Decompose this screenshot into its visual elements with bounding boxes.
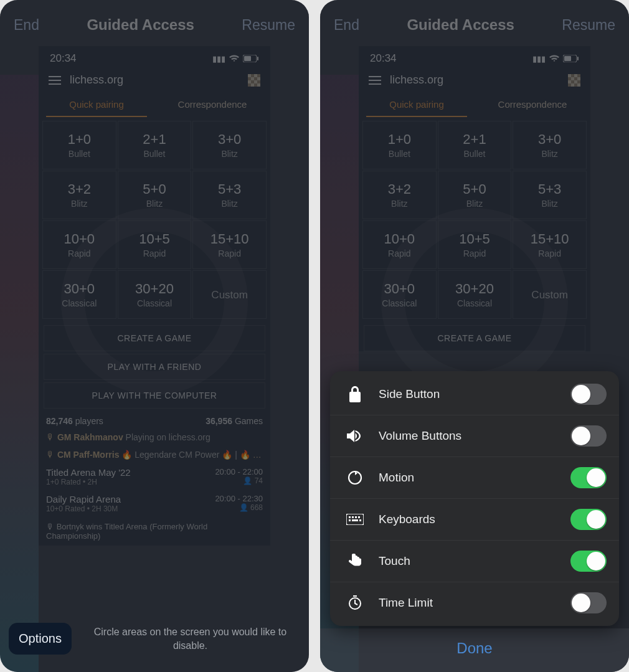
app-preview: 20:34 ▮▮▮ lichess.org Quick pairing Corr… — [39, 46, 270, 546]
toggle-time-limit[interactable] — [570, 592, 607, 613]
wifi-icon — [229, 55, 239, 62]
tournament-row[interactable]: Daily Rapid Arena10+0 Rated • 2H 30M 20:… — [39, 490, 270, 517]
tc-tile[interactable]: 3+0Blitz — [513, 121, 587, 169]
clock: 20:34 — [50, 52, 77, 65]
menu-icon[interactable] — [49, 76, 61, 85]
option-label: Touch — [379, 554, 570, 568]
svg-rect-8 — [349, 516, 351, 518]
option-volume-buttons: Volume Buttons — [330, 415, 619, 457]
svg-rect-2 — [257, 57, 258, 60]
done-button[interactable]: Done — [320, 628, 629, 672]
options-panel: Side Button Volume Buttons Motion Keyboa… — [330, 371, 619, 626]
option-keyboards: Keyboards — [330, 499, 619, 541]
svg-rect-5 — [577, 57, 579, 60]
svg-rect-1 — [244, 56, 251, 61]
tc-tile[interactable]: 1+0Bullet — [362, 121, 437, 169]
status-bar: 20:34 ▮▮▮ — [359, 46, 590, 69]
toggle-side-button[interactable] — [570, 384, 607, 405]
circle-hint-text: Circle areas on the screen you would lik… — [80, 625, 300, 652]
app-bar: lichess.org — [359, 69, 590, 93]
wallpaper-edge — [0, 75, 39, 672]
svg-rect-10 — [355, 516, 357, 518]
tc-tile[interactable]: 1+0Bullet — [42, 121, 116, 169]
tabs: Quick pairing Correspondence — [359, 93, 590, 117]
wifi-icon — [549, 55, 559, 62]
tc-tile[interactable]: 3+0Blitz — [192, 121, 267, 169]
svg-rect-11 — [358, 516, 360, 518]
lock-icon — [343, 386, 367, 402]
tc-tile[interactable]: 3+2Blitz — [362, 171, 437, 219]
tournament-row[interactable]: Titled Arena May '221+0 Rated • 2H 20:00… — [39, 463, 270, 490]
guided-access-screen-left: End Guided Access Resume 20:34 ▮▮▮ liche… — [0, 0, 309, 672]
option-label: Motion — [379, 471, 570, 485]
stats-row: 82,746 players 36,956 Games — [39, 411, 270, 428]
app-bar: lichess.org — [39, 69, 270, 93]
svg-rect-4 — [564, 56, 571, 61]
option-label: Keyboards — [379, 513, 570, 526]
guided-access-title: Guided Access — [407, 16, 514, 34]
watermark-ring — [381, 208, 568, 395]
toggle-motion[interactable] — [570, 467, 607, 488]
toggle-volume-buttons[interactable] — [570, 425, 607, 447]
status-bar: 20:34 ▮▮▮ — [39, 46, 270, 69]
tc-tile[interactable]: 2+1Bullet — [438, 121, 512, 169]
tc-tile[interactable]: 5+3Blitz — [513, 171, 587, 219]
option-label: Time Limit — [379, 596, 570, 610]
tab-quick-pairing[interactable]: Quick pairing — [39, 93, 154, 117]
menu-icon[interactable] — [369, 76, 381, 85]
tc-tile[interactable]: 5+3Blitz — [192, 171, 267, 219]
end-button[interactable]: End — [14, 17, 39, 34]
touch-icon — [343, 552, 367, 570]
svg-rect-14 — [359, 519, 361, 521]
svg-rect-12 — [349, 519, 351, 521]
svg-rect-13 — [352, 519, 358, 521]
keyboard-icon — [343, 514, 367, 525]
stream-row[interactable]: 🎙 CM Paff-Morris 🔥 Legendare CM Power 🔥 … — [39, 446, 270, 463]
tc-tile[interactable]: 2+1Bullet — [118, 121, 192, 169]
site-title: lichess.org — [390, 73, 443, 87]
resume-button[interactable]: Resume — [562, 17, 615, 34]
stream-row[interactable]: 🎙 GM Rakhmanov Playing on lichess.org — [39, 428, 270, 446]
tc-tile[interactable]: 3+2Blitz — [42, 171, 116, 219]
tabs: Quick pairing Correspondence — [39, 93, 270, 117]
tab-correspondence[interactable]: Correspondence — [475, 93, 590, 117]
app-preview: 20:34 ▮▮▮ lichess.org Quick pairing Corr… — [359, 46, 590, 351]
option-touch: Touch — [330, 541, 619, 582]
options-button[interactable]: Options — [9, 623, 72, 655]
clock: 20:34 — [370, 52, 397, 65]
volume-icon — [343, 429, 367, 443]
board-icon[interactable] — [568, 74, 580, 87]
option-label: Volume Buttons — [379, 429, 570, 443]
option-label: Side Button — [379, 387, 570, 401]
board-icon[interactable] — [248, 74, 260, 87]
tab-correspondence[interactable]: Correspondence — [154, 93, 270, 117]
status-icons: ▮▮▮ — [212, 54, 259, 64]
guided-access-header: End Guided Access Resume — [320, 0, 629, 46]
option-time-limit: Time Limit — [330, 582, 619, 623]
option-side-button: Side Button — [330, 374, 619, 415]
svg-rect-9 — [352, 516, 354, 518]
guided-access-screen-right: End Guided Access Resume 20:34 ▮▮▮ liche… — [320, 0, 629, 672]
status-icons: ▮▮▮ — [532, 54, 579, 64]
watermark-ring — [61, 208, 248, 395]
site-title: lichess.org — [70, 73, 123, 87]
battery-icon — [243, 55, 259, 62]
toggle-touch[interactable] — [570, 551, 607, 572]
signal-icon: ▮▮▮ — [532, 54, 546, 64]
option-motion: Motion — [330, 457, 619, 499]
news-row[interactable]: 🎙 Bortnyk wins Titled Arena (Formerly Wo… — [39, 517, 270, 546]
tab-quick-pairing[interactable]: Quick pairing — [359, 93, 475, 117]
battery-icon — [563, 55, 579, 62]
guided-access-header: End Guided Access Resume — [0, 0, 309, 46]
timer-icon — [343, 595, 367, 611]
resume-button[interactable]: Resume — [242, 17, 295, 34]
signal-icon: ▮▮▮ — [212, 54, 225, 64]
guided-access-bottom-bar: Options Circle areas on the screen you w… — [0, 614, 309, 672]
motion-icon — [343, 470, 367, 486]
toggle-keyboards[interactable] — [570, 509, 607, 530]
guided-access-title: Guided Access — [87, 16, 194, 34]
end-button[interactable]: End — [334, 17, 359, 34]
